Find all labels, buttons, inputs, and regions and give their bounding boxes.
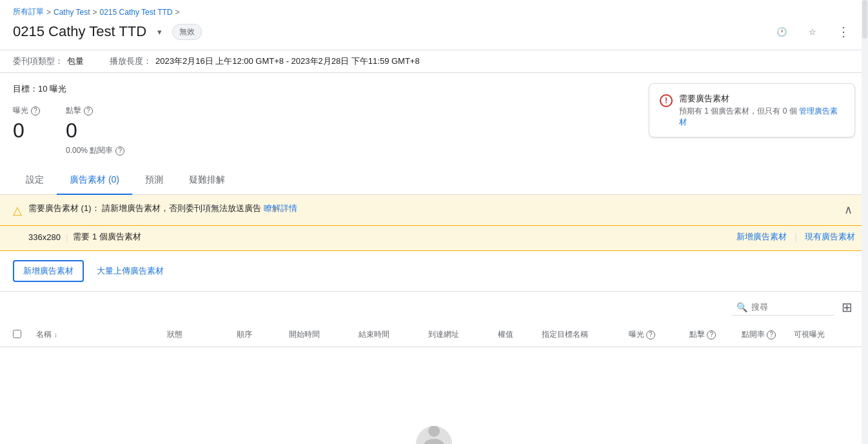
search-area: 🔍 (731, 299, 834, 316)
order-type-label: 委刊項類型： (13, 56, 63, 67)
more-options-button[interactable]: ⋮ (832, 20, 855, 43)
search-icon: 🔍 (736, 302, 747, 312)
action-row: 新增廣告素材 大量上傳廣告素材 (0, 251, 868, 292)
alert-banner: △ 需要廣告素材 (1)： 請新增廣告素材，否則委刊項無法放送廣告 瞭解詳情 ∧ (0, 195, 868, 226)
history-button[interactable]: 🕐 (770, 20, 793, 43)
alert-triangle-icon: △ (13, 203, 22, 217)
clicks-label: 點擊 (66, 105, 81, 116)
clicks-help-icon[interactable]: ? (84, 106, 93, 116)
col-order: 順序 (237, 329, 289, 340)
alert-title: 需要廣告素材 (1)： (28, 203, 100, 213)
flight-label: 播放長度： (110, 56, 152, 67)
col-impressions: 曝光 ? (629, 329, 690, 340)
impressions-metric: 曝光 ? 0 (13, 105, 40, 156)
ctr-help-icon[interactable]: ? (115, 146, 124, 156)
history-icon: 🕐 (776, 27, 787, 37)
creative-size-note: 需要 1 個廣告素材 (73, 231, 141, 243)
col-start-time: 開始時間 (289, 329, 359, 340)
impressions-value: 0 (13, 119, 40, 143)
bottom-avatar (416, 426, 452, 444)
grid-view-button[interactable]: ⊞ (839, 297, 855, 318)
breadcrumb-cathy-test[interactable]: Cathy Test (54, 8, 90, 17)
clicks-col-help[interactable]: ? (707, 330, 716, 339)
col-status: 狀態 (167, 329, 237, 340)
col-target: 指定目標名稱 (542, 329, 629, 340)
clicks-value: 0 (66, 119, 124, 143)
star-icon: ☆ (809, 27, 816, 37)
info-bar: 委刊項類型： 包量 播放長度： 2023年2月16日 上午12:00 GMT+8… (0, 50, 868, 73)
add-creative-button[interactable]: 新增廣告素材 (13, 260, 84, 282)
status-badge: 無效 (172, 24, 202, 40)
table-header: 名稱 ↓ 狀態 順序 開始時間 結束時間 到達網址 權值 指定目標名稱 曝光 ?… (0, 323, 868, 347)
order-type-value: 包量 (67, 56, 84, 67)
page-title: 0215 Cathy Test TTD (13, 23, 146, 40)
warning-title: 需要廣告素材 (679, 93, 844, 105)
ctr-col-help[interactable]: ? (767, 330, 776, 339)
warning-card: ! 需要廣告素材 預期有 1 個廣告素材，但只有 0 個 管理廣告素材 (649, 83, 855, 137)
sort-icon: ↓ (54, 331, 57, 338)
col-viewable: 可視曝光 (794, 329, 855, 340)
col-name[interactable]: 名稱 ↓ (36, 329, 167, 340)
breadcrumb-all-orders[interactable]: 所有訂單 (13, 6, 44, 17)
bulk-upload-button[interactable]: 大量上傳廣告素材 (92, 261, 169, 281)
svg-point-1 (424, 439, 444, 444)
tab-forecast[interactable]: 預測 (132, 166, 176, 195)
breadcrumb-current[interactable]: 0215 Cathy Test TTD (100, 8, 173, 17)
scrollbar-track (862, 0, 868, 444)
col-ctr: 點開率 ? (742, 329, 794, 340)
ctr-label: 0.00% 點閱率 (66, 145, 113, 156)
creative-size: 336x280 (28, 232, 61, 242)
title-dropdown-button[interactable]: ▾ (152, 24, 167, 39)
star-button[interactable]: ☆ (801, 20, 824, 43)
title-row: 0215 Cathy Test TTD ▾ 無效 🕐 ☆ ⋮ (0, 19, 868, 50)
stats-section: 目標：10 曝光 曝光 ? 0 點擊 ? 0 0.00% 點閱 (0, 73, 868, 166)
warning-description: 預期有 1 個廣告素材，但只有 0 個 管理廣告素材 (679, 106, 844, 128)
alert-message: 請新增廣告素材，否則委刊項無法放送廣告 (102, 203, 261, 213)
alert-learn-more-link[interactable]: 瞭解詳情 (264, 203, 297, 213)
grid-icon: ⊞ (842, 300, 853, 314)
tabs-bar: 設定 廣告素材 (0) 預測 疑難排解 (0, 166, 868, 195)
col-end-time: 結束時間 (359, 329, 428, 340)
col-clicks: 點擊 ? (689, 329, 742, 340)
alert-collapse-button[interactable]: ∧ (842, 203, 855, 217)
col-value: 權值 (498, 329, 542, 340)
tab-settings[interactable]: 設定 (13, 166, 57, 195)
more-icon: ⋮ (837, 24, 850, 39)
impressions-label: 曝光 (13, 105, 28, 116)
search-input[interactable] (751, 302, 829, 312)
impressions-col-help[interactable]: ? (646, 330, 655, 339)
svg-point-0 (428, 426, 440, 437)
impressions-help-icon[interactable]: ? (31, 106, 40, 116)
breadcrumb: 所有訂單 > Cathy Test > 0215 Cathy Test TTD … (0, 0, 868, 19)
col-url: 到達網址 (428, 329, 498, 340)
scrollbar-thumb[interactable] (862, 0, 867, 39)
select-all-checkbox[interactable] (13, 330, 21, 338)
tab-troubleshoot[interactable]: 疑難排解 (176, 166, 238, 195)
table-controls: 🔍 ⊞ (0, 292, 868, 323)
add-creative-alert-link[interactable]: 新增廣告素材 (736, 231, 787, 243)
warning-icon: ! (660, 94, 673, 107)
alert-sub-row: 336x280 | 需要 1 個廣告素材 新增廣告素材 | 現有廣告素材 (0, 226, 868, 251)
tab-creatives[interactable]: 廣告素材 (0) (57, 166, 132, 195)
flight-value: 2023年2月16日 上午12:00 GMT+8 - 2023年2月28日 下午… (155, 56, 420, 67)
clicks-metric: 點擊 ? 0 0.00% 點閱率 ? (66, 105, 124, 156)
existing-creative-link[interactable]: 現有廣告素材 (805, 231, 855, 243)
